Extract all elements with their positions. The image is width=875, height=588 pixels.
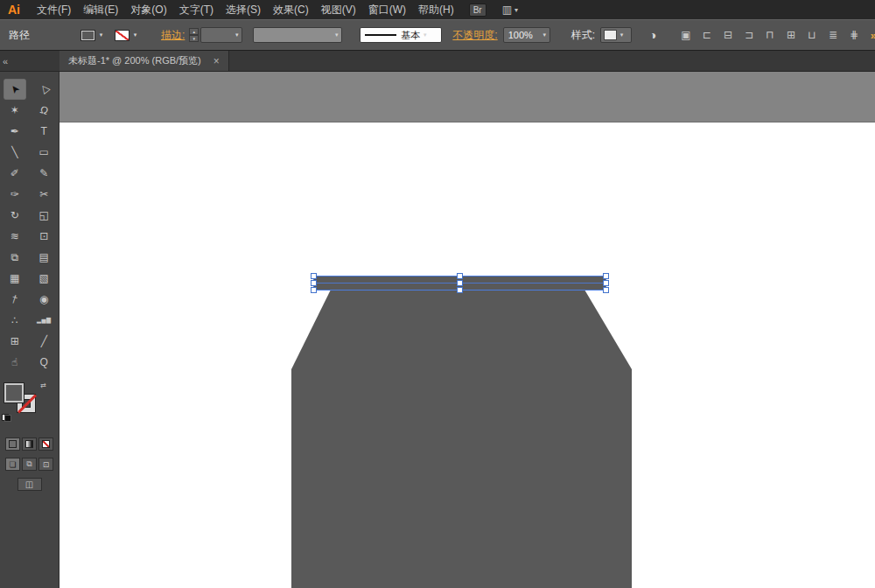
pencil-tool[interactable]: ✎	[32, 163, 55, 184]
document-tab[interactable]: 未标题-1* @ 200% (RGB/预览) ×	[60, 51, 229, 71]
eyedropper-tool[interactable]: †	[4, 289, 26, 310]
line-segment-tool[interactable]: ╲	[4, 142, 26, 163]
selected-object[interactable]	[312, 274, 609, 293]
menu-item[interactable]: 帮助(H)	[412, 0, 460, 19]
symbol-sprayer-tool[interactable]: ∴	[4, 310, 26, 331]
selection-tool[interactable]: ➤	[4, 79, 26, 100]
draw-inside-button[interactable]: ⊡	[38, 458, 53, 471]
stroke-panel-link[interactable]: 描边:	[161, 28, 185, 43]
canvas-area[interactable]	[60, 72, 875, 588]
gradient-tool[interactable]: ▧	[32, 268, 55, 289]
fill-swatch[interactable]	[4, 383, 24, 402]
menu-item[interactable]: 效果(C)	[267, 0, 315, 19]
align-horizontal-right-icon[interactable]: ⊐	[743, 29, 756, 41]
workspace-icon: ▥	[502, 4, 512, 16]
magic-wand-tool[interactable]: ✶	[4, 100, 26, 121]
collapse-panels-icon[interactable]: »	[871, 29, 875, 42]
width-tool[interactable]: ≋	[4, 226, 26, 247]
draw-normal-button[interactable]: ❏	[5, 458, 20, 471]
color-button[interactable]	[5, 438, 20, 451]
column-graph-tool[interactable]: ▂▅▇	[32, 310, 55, 331]
artboard-tool[interactable]: ⊞	[4, 331, 26, 352]
hand-tool[interactable]: ☝	[4, 352, 26, 373]
slice-tool[interactable]: ╱	[32, 331, 55, 352]
align-horizontal-left-icon[interactable]: ⊏	[701, 29, 714, 41]
shape-builder-tool[interactable]: ⧉	[4, 247, 26, 268]
screen-mode-button[interactable]: ◫	[18, 478, 42, 491]
recolor-artwork-icon[interactable]: ◑	[649, 28, 656, 42]
selection-handle[interactable]	[312, 274, 317, 279]
selection-handle[interactable]	[312, 288, 317, 293]
bridge-button[interactable]: Br	[469, 4, 486, 17]
chevron-down-icon: ▾	[617, 32, 626, 38]
main-area: ➤▷✶Ω✒T╲▭✐✎✑✂↻◱≋⊡⧉▤▦▧†◉∴▂▅▇⊞╱☝Q ⇄ ❏⧉⊡ ◫	[0, 72, 875, 588]
selection-handle[interactable]	[604, 274, 609, 279]
tab-close-icon[interactable]: ×	[214, 55, 220, 67]
align-vertical-bottom-icon[interactable]: ⊔	[806, 29, 819, 41]
rotate-tool[interactable]: ↻	[4, 205, 26, 226]
menu-bar: Ai 文件(F)编辑(E)对象(O)文字(T)选择(S)效果(C)视图(V)窗口…	[0, 0, 875, 19]
collapse-tools-icon[interactable]: «	[3, 56, 8, 66]
selection-handle[interactable]	[604, 288, 609, 293]
align-vertical-center-icon[interactable]: ⊞	[785, 29, 798, 41]
tools-panel-header: «	[0, 51, 60, 71]
stroke-style-select[interactable]: 基本 ▾	[360, 27, 442, 43]
align-panel-icon[interactable]: ▣	[680, 29, 693, 41]
graphic-style-select[interactable]: ▾	[600, 27, 632, 43]
distribute-vertical-icon[interactable]: ≣	[827, 29, 840, 41]
menu-item[interactable]: 文字(T)	[173, 0, 220, 19]
pen-tool[interactable]: ✒	[4, 121, 26, 142]
selection-handle[interactable]	[458, 274, 463, 279]
default-fill-stroke-icon[interactable]	[2, 414, 11, 422]
artboard	[60, 72, 875, 588]
swap-fill-stroke-icon[interactable]: ⇄	[40, 382, 46, 389]
perspective-grid-tool[interactable]: ▤	[32, 247, 55, 268]
menu-item[interactable]: 编辑(E)	[77, 0, 124, 19]
selection-handle[interactable]	[458, 281, 463, 286]
bottle-body-shape[interactable]	[291, 290, 632, 588]
opacity-select[interactable]: 100% ▾	[503, 27, 550, 43]
stroke-color-control[interactable]: ▾	[115, 30, 140, 41]
zoom-tool[interactable]: Q	[32, 352, 55, 373]
opacity-panel-link[interactable]: 不透明度:	[452, 28, 497, 43]
paintbrush-tool[interactable]: ✐	[4, 163, 26, 184]
align-vertical-top-icon[interactable]: ⊓	[764, 29, 777, 41]
scale-tool[interactable]: ◱	[32, 205, 55, 226]
gradient-button[interactable]	[22, 438, 37, 451]
stepper-down-icon[interactable]: ▾	[189, 35, 199, 42]
menu-item[interactable]: 文件(F)	[31, 0, 77, 19]
free-transform-tool[interactable]: ⊡	[32, 226, 55, 247]
menu-item[interactable]: 对象(O)	[124, 0, 172, 19]
chevron-down-icon: ▾	[420, 32, 430, 38]
tools-panel: ➤▷✶Ω✒T╲▭✐✎✑✂↻◱≋⊡⧉▤▦▧†◉∴▂▅▇⊞╱☝Q ⇄ ❏⧉⊡ ◫	[0, 72, 60, 588]
rectangle-tool[interactable]: ▭	[32, 142, 55, 163]
lasso-tool[interactable]: Ω	[32, 100, 55, 121]
direct-selection-tool[interactable]: ▷	[32, 79, 55, 100]
menu-item[interactable]: 视图(V)	[315, 0, 362, 19]
screen-mode-row: ◫	[0, 478, 59, 491]
draw-behind-button[interactable]: ⧉	[22, 458, 37, 471]
illustrator-window: Ai 文件(F)编辑(E)对象(O)文字(T)选择(S)效果(C)视图(V)窗口…	[0, 0, 875, 588]
distribute-horizontal-icon[interactable]: ⋕	[848, 29, 861, 41]
eraser-tool[interactable]: ✂	[32, 184, 55, 205]
stroke-weight-select[interactable]: ▾	[200, 27, 242, 43]
align-icons-group: ▣⊏⊟⊐⊓⊞⊔≣⋕	[680, 29, 861, 41]
graphic-style-swatch	[604, 30, 617, 40]
blend-tool[interactable]: ◉	[32, 289, 55, 310]
blob-brush-tool[interactable]: ✑	[4, 184, 26, 205]
brush-definition-select[interactable]: ▾	[253, 27, 342, 43]
selection-handle[interactable]	[458, 288, 463, 293]
mesh-tool[interactable]: ▦	[4, 268, 26, 289]
menu-item[interactable]: 选择(S)	[220, 0, 267, 19]
selection-handle[interactable]	[312, 281, 317, 286]
selection-handle[interactable]	[604, 281, 609, 286]
fill-color-control[interactable]: ▾	[80, 30, 106, 41]
menu-item[interactable]: 窗口(W)	[362, 0, 412, 19]
workspace-switcher[interactable]: ▥ ▾	[502, 4, 518, 16]
stroke-weight-stepper[interactable]: ▴ ▾	[189, 28, 199, 42]
none-button[interactable]	[38, 438, 53, 451]
align-horizontal-center-icon[interactable]: ⊟	[722, 29, 735, 41]
stepper-up-icon[interactable]: ▴	[189, 28, 199, 35]
type-tool[interactable]: T	[32, 121, 55, 142]
app-logo[interactable]: Ai	[0, 3, 31, 17]
